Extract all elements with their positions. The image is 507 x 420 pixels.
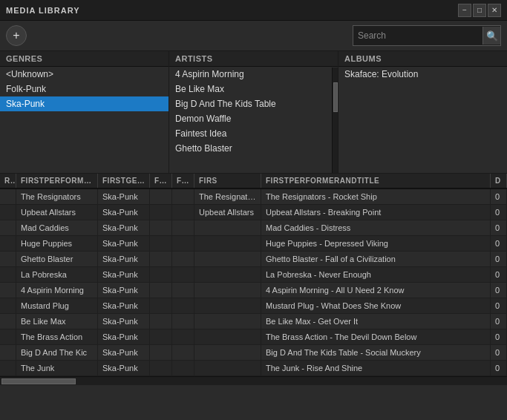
title-bar: MEDIA LIBRARY − □ ✕: [0, 0, 507, 21]
td-firs: [194, 361, 261, 375]
h-scroll-thumb[interactable]: [1, 378, 76, 384]
td-firs: [194, 252, 261, 266]
search-icon[interactable]: 🔍: [483, 27, 500, 45]
artist-item-bigdkids[interactable]: Big D And The Kids Table: [169, 96, 332, 111]
td-fg: Ska-Punk: [98, 189, 150, 204]
td-d: 0: [491, 329, 507, 344]
td-fg: Ska-Punk: [98, 345, 150, 360]
album-item-skaface[interactable]: Skaface: Evolution: [338, 67, 507, 82]
td-fir2: [172, 267, 194, 282]
app-title: MEDIA LIBRARY: [6, 6, 80, 15]
td-fg: Ska-Punk: [98, 361, 150, 375]
td-fir1: [150, 314, 172, 329]
td-fpat: Be Like Max - Get Over It: [261, 314, 491, 329]
td-fp: Big D And The Kic: [16, 345, 98, 360]
td-fpat: The Junk - Rise And Shine: [261, 361, 491, 375]
artist-item-4aspirin[interactable]: 4 Aspirin Morning: [169, 67, 332, 82]
td-fir1: [150, 361, 172, 375]
td-fir1: [150, 329, 172, 344]
genres-item-folkpunk[interactable]: Folk-Punk: [0, 82, 169, 96]
td-d: 0: [491, 220, 507, 235]
td-fg: Ska-Punk: [98, 236, 150, 251]
table-row[interactable]: Be Like Max Ska-Punk Be Like Max - Get O…: [0, 314, 507, 329]
td-rt: [0, 236, 16, 251]
td-firs: [194, 267, 261, 282]
td-fir2: [172, 205, 194, 220]
td-fg: Ska-Punk: [98, 283, 150, 298]
table-row[interactable]: Ghetto Blaster Ska-Punk Ghetto Blaster -…: [0, 252, 507, 267]
td-fir1: [150, 189, 172, 204]
td-fir2: [172, 220, 194, 235]
title-bar-left: MEDIA LIBRARY: [6, 6, 80, 15]
td-fp: The Brass Action: [16, 329, 98, 344]
artists-scroll-thumb[interactable]: [333, 82, 338, 112]
td-fpat: La Pobreska - Never Enough: [261, 267, 491, 282]
td-d: 0: [491, 314, 507, 329]
table-row[interactable]: Mad Caddies Ska-Punk Mad Caddies - Distr…: [0, 220, 507, 236]
genres-column: Genres <Unknown> Folk-Punk Ska-Punk: [0, 51, 169, 173]
td-fp: 4 Aspirin Morning: [16, 283, 98, 298]
table-row[interactable]: Mustard Plug Ska-Punk Mustard Plug - Wha…: [0, 298, 507, 314]
search-box: 🔍: [353, 25, 501, 46]
table-row[interactable]: Upbeat Allstars Ska-Punk Upbeat Allstars…: [0, 205, 507, 220]
th-fir2[interactable]: FIR: [172, 174, 194, 188]
td-firs: [194, 345, 261, 360]
table-body: The Resignators Ska-Punk The Resignators…: [0, 189, 507, 376]
td-firs: [194, 329, 261, 344]
td-rt: [0, 298, 16, 313]
td-rt: [0, 345, 16, 360]
minimize-button[interactable]: −: [458, 4, 471, 17]
td-fpat: Mad Caddies - Distress: [261, 220, 491, 235]
td-fp: The Resignators: [16, 189, 98, 204]
th-fir1[interactable]: FIR: [150, 174, 172, 188]
td-rt: [0, 252, 16, 266]
td-d: 0: [491, 189, 507, 204]
artist-item-belikemax[interactable]: Be Like Max: [169, 82, 332, 96]
td-fpat: The Resignators - Rocket Ship: [261, 189, 491, 204]
columns-area: Genres <Unknown> Folk-Punk Ska-Punk Arti…: [0, 51, 507, 174]
th-d[interactable]: D: [491, 174, 507, 188]
td-fg: Ska-Punk: [98, 252, 150, 266]
maximize-button[interactable]: □: [473, 4, 486, 17]
genres-item-skapunk[interactable]: Ska-Punk: [0, 96, 169, 111]
table-row[interactable]: The Resignators Ska-Punk The Resignators…: [0, 189, 507, 205]
th-fp[interactable]: FIRSTPERFORMER: [16, 174, 98, 188]
table-container: RT FIRSTPERFORMER FIRSTGENRE FIR FIR FIR…: [0, 174, 507, 385]
albums-column: Albums Skaface: Evolution: [338, 51, 507, 173]
td-fpat: 4 Aspirin Morning - All U Need 2 Know: [261, 283, 491, 298]
td-fpat: Mustard Plug - What Does She Know: [261, 298, 491, 313]
close-button[interactable]: ✕: [488, 4, 501, 17]
td-fir2: [172, 236, 194, 251]
td-fir1: [150, 298, 172, 313]
table-row[interactable]: La Pobreska Ska-Punk La Pobreska - Never…: [0, 267, 507, 283]
th-rt[interactable]: RT: [0, 174, 16, 188]
td-rt: [0, 361, 16, 375]
td-fp: The Junk: [16, 361, 98, 375]
genres-item-unknown[interactable]: <Unknown>: [0, 67, 169, 82]
add-button[interactable]: +: [6, 25, 27, 46]
th-fpat[interactable]: FIRSTPERFORMERANDTITLE: [261, 174, 491, 188]
table-row[interactable]: Huge Puppies Ska-Punk Huge Puppies - Dep…: [0, 236, 507, 252]
td-fg: Ska-Punk: [98, 205, 150, 220]
table-row[interactable]: Big D And The Kic Ska-Punk Big D And The…: [0, 345, 507, 361]
artists-scrollbar[interactable]: [332, 68, 338, 173]
table-row[interactable]: 4 Aspirin Morning Ska-Punk 4 Aspirin Mor…: [0, 283, 507, 298]
th-firs[interactable]: FIRS: [194, 174, 261, 188]
td-fg: Ska-Punk: [98, 267, 150, 282]
albums-header: Albums: [338, 51, 507, 67]
table-row[interactable]: The Junk Ska-Punk The Junk - Rise And Sh…: [0, 361, 507, 376]
artist-item-ghettoblaster[interactable]: Ghetto Blaster: [169, 141, 332, 156]
artists-header: Artists: [169, 51, 338, 67]
td-fp: Be Like Max: [16, 314, 98, 329]
td-d: 0: [491, 361, 507, 375]
genres-header: Genres: [0, 51, 169, 67]
th-fg[interactable]: FIRSTGENRE: [98, 174, 150, 188]
search-input[interactable]: [353, 30, 483, 41]
artist-item-faintestidea[interactable]: Faintest Idea: [169, 126, 332, 141]
td-firs: [194, 314, 261, 329]
td-firs: The Resignators: [194, 189, 261, 204]
artist-item-demonwaffle[interactable]: Demon Waffle: [169, 111, 332, 126]
horizontal-scrollbar[interactable]: [0, 376, 507, 385]
td-fg: Ska-Punk: [98, 298, 150, 313]
table-row[interactable]: The Brass Action Ska-Punk The Brass Acti…: [0, 329, 507, 345]
